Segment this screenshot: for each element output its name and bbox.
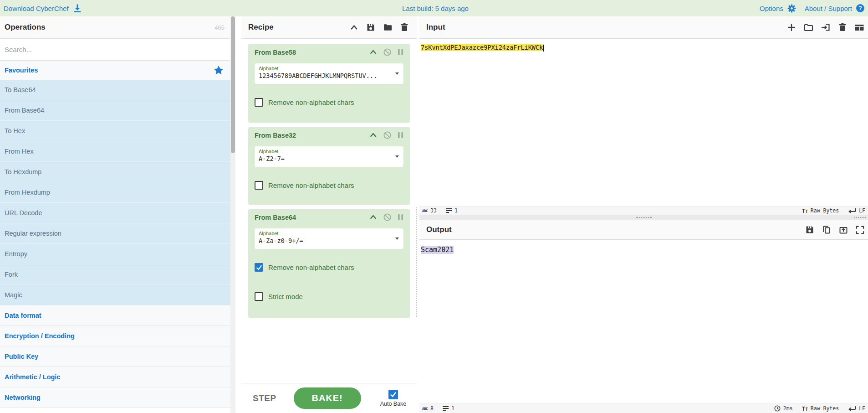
checkbox[interactable]	[255, 98, 263, 107]
replace-input-icon[interactable]	[839, 225, 848, 234]
input-header: Input	[419, 16, 868, 39]
collapse-icon[interactable]	[369, 213, 377, 221]
operations-header: Operations 465	[0, 16, 235, 39]
search-input[interactable]	[5, 46, 231, 53]
bake-time: 2ms	[774, 405, 793, 412]
category-encryption-encoding[interactable]: Encryption / Encoding	[0, 326, 235, 346]
alphabet-dropdown[interactable]: Alphabet 123456789ABCDEFGHJKLMNPQRSTUV..…	[255, 63, 403, 84]
io-splitter[interactable]	[419, 215, 868, 220]
category-networking[interactable]: Networking	[0, 387, 235, 408]
operation-item[interactable]: From Hex	[0, 141, 235, 162]
remove-non-alphabet-option[interactable]: Remove non-alphabet chars	[255, 98, 403, 107]
character-encoding-icon: TT	[802, 406, 808, 412]
operations-scrollbar[interactable]	[230, 16, 235, 413]
output-char-count: ABC 8	[422, 405, 434, 412]
recipe-op-title: From Base32	[255, 132, 369, 139]
recipe-op-from-base58: From Base58 Alphabet 123456789ABCDEFGHJK…	[248, 44, 410, 123]
collapse-all-icon[interactable]	[350, 23, 358, 32]
operation-item[interactable]: To Hexdump	[0, 162, 235, 182]
splitter-dots	[854, 217, 866, 218]
operation-item[interactable]: From Base64	[0, 100, 235, 121]
step-button[interactable]: STEP	[253, 393, 276, 403]
star-icon[interactable]	[214, 65, 224, 75]
auto-bake-label: Auto Bake	[380, 401, 407, 407]
category-arithmetic-logic[interactable]: Arithmetic / Logic	[0, 367, 235, 387]
input-status-bar: ABC 33 1 TT Raw Bytes LF	[419, 206, 868, 215]
strict-mode-option[interactable]: Strict mode	[255, 292, 403, 301]
panel-splitter-left[interactable]	[235, 16, 241, 413]
clear-io-icon[interactable]	[838, 23, 847, 32]
line-ending-icon	[848, 208, 856, 213]
search-row	[0, 39, 235, 61]
checkbox[interactable]	[255, 263, 263, 272]
splitter-handle[interactable]	[636, 217, 652, 218]
checkbox[interactable]	[255, 292, 263, 301]
download-cyberchef-link[interactable]: Download CyberChef	[4, 4, 82, 13]
disable-icon[interactable]	[383, 213, 392, 222]
operation-item[interactable]: Magic	[0, 285, 235, 305]
open-file-icon[interactable]	[821, 23, 831, 32]
add-input-tab-icon[interactable]	[787, 23, 796, 32]
checkbox-label: Remove non-alphabet chars	[268, 98, 354, 106]
input-line-count: 1	[446, 207, 458, 214]
maximise-output-icon[interactable]	[856, 226, 864, 234]
recipe-op-title: From Base58	[255, 49, 369, 56]
category-public-key[interactable]: Public Key	[0, 346, 235, 367]
recipe-op-header[interactable]: From Base32	[255, 131, 403, 139]
collapse-icon[interactable]	[369, 131, 377, 139]
top-banner: Download CyberChef Last build: 5 days ag…	[0, 0, 868, 16]
chevron-down-icon	[395, 155, 399, 158]
save-recipe-icon[interactable]	[366, 23, 375, 32]
recipe-op-header[interactable]: From Base58	[255, 48, 403, 57]
alphabet-dropdown[interactable]: Alphabet A-Za-z0-9+/=	[255, 228, 403, 249]
bake-button[interactable]: BAKE!	[294, 387, 361, 409]
arg-label: Alphabet	[259, 149, 392, 154]
scrollbar-thumb[interactable]	[231, 16, 235, 153]
disable-icon[interactable]	[383, 48, 392, 57]
checkbox-label: Remove non-alphabet chars	[268, 181, 354, 189]
help-icon: ?	[856, 4, 865, 13]
auto-bake-checkbox[interactable]	[388, 390, 398, 399]
breakpoint-pause-icon[interactable]	[398, 132, 403, 139]
operation-item[interactable]: URL Decode	[0, 203, 235, 223]
input-encoding-selector[interactable]: TT Raw Bytes	[802, 207, 839, 214]
breakpoint-pause-icon[interactable]	[398, 49, 403, 56]
breakpoint-pause-icon[interactable]	[398, 214, 403, 221]
operation-item[interactable]: From Hexdump	[0, 182, 235, 203]
recipe-op-header[interactable]: From Base64	[255, 213, 403, 222]
save-output-icon[interactable]	[805, 225, 814, 234]
operation-item[interactable]: Regular expression	[0, 223, 235, 244]
auto-bake-control[interactable]: Auto Bake	[380, 390, 407, 407]
input-text: 7sKvntXdPEJaxazce9PXi24zaFrLiKWCk	[421, 44, 543, 51]
copy-output-icon[interactable]	[822, 225, 831, 234]
output-encoding-selector[interactable]: TT Raw Bytes	[802, 405, 839, 412]
alphabet-dropdown[interactable]: Alphabet A-Z2-7=	[255, 146, 403, 167]
operation-item[interactable]: Entropy	[0, 244, 235, 264]
remove-non-alphabet-option[interactable]: Remove non-alphabet chars	[255, 263, 403, 272]
io-panel: Input 7sKvntXdPEJaxazce9PXi24zaFrLiKWCk …	[419, 16, 868, 413]
input-eol-selector[interactable]: LF	[848, 207, 865, 214]
tab-layout-icon[interactable]	[854, 23, 864, 32]
open-folder-icon[interactable]	[804, 23, 813, 32]
clear-recipe-icon[interactable]	[400, 23, 408, 32]
load-recipe-icon[interactable]	[383, 23, 393, 32]
input-textarea[interactable]: 7sKvntXdPEJaxazce9PXi24zaFrLiKWCk	[419, 39, 868, 206]
output-line-count: 1	[443, 405, 454, 412]
operation-item[interactable]: Fork	[0, 264, 235, 285]
options-button[interactable]: Options	[760, 4, 797, 13]
about-support-button[interactable]: About / Support ?	[805, 4, 865, 13]
about-support-label: About / Support	[805, 5, 852, 12]
character-encoding-icon: TT	[802, 208, 808, 214]
operations-title: Operations	[5, 23, 46, 32]
collapse-icon[interactable]	[369, 48, 377, 56]
checkbox[interactable]	[255, 181, 263, 190]
output-eol-selector[interactable]: LF	[848, 405, 865, 412]
operation-item[interactable]: To Base64	[0, 80, 235, 100]
disable-icon[interactable]	[383, 131, 392, 139]
favourites-category[interactable]: Favourites	[0, 61, 235, 80]
category-data-format[interactable]: Data format	[0, 305, 235, 326]
remove-non-alphabet-option[interactable]: Remove non-alphabet chars	[255, 181, 403, 190]
clock-icon	[774, 405, 781, 412]
gear-icon	[787, 4, 797, 13]
operation-item[interactable]: To Hex	[0, 121, 235, 141]
